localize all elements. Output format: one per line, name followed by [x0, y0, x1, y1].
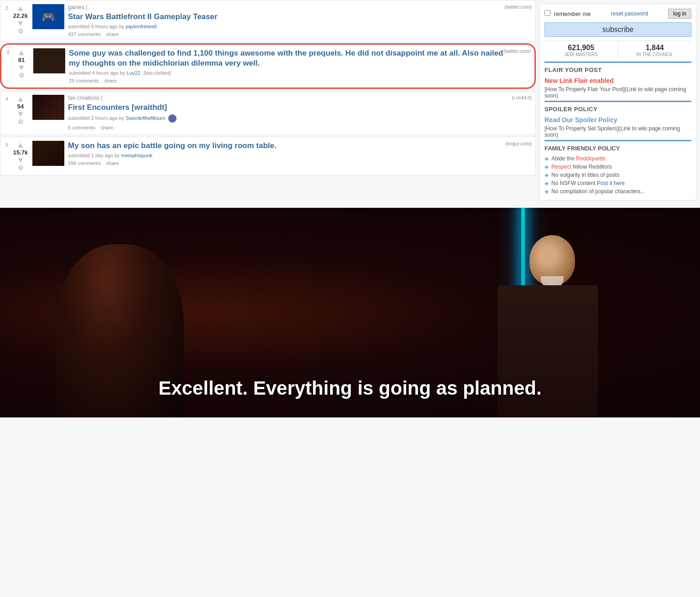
share-link[interactable]: share — [106, 160, 119, 166]
family-item-vulgarity: No vulgarity in titles of posts — [544, 171, 691, 179]
post-rank: 5 — [2, 141, 11, 148]
post-actions: 29 comments share — [69, 77, 531, 84]
jedi-masters-label: JEDI MASTERS — [544, 52, 618, 57]
post-rank: 4 — [2, 95, 11, 102]
upvote-button[interactable]: ▲ — [16, 4, 25, 12]
subscribe-button[interactable]: subscribe — [544, 22, 691, 37]
post-author[interactable]: paytonfretwell — [126, 24, 157, 29]
post-actions: 8 comments share — [68, 124, 532, 131]
post-content: (twitter.com) games | Star Wars Battlefr… — [68, 4, 532, 37]
family-item-text: Abide the Reddiquette — [551, 155, 606, 162]
post-title[interactable]: Star Wars Battlefront II Gameplay Teaser — [68, 12, 532, 22]
post-actions: 437 comments share — [68, 31, 532, 37]
post-it-here-link[interactable]: Post it here — [597, 180, 625, 186]
karma-icon: ⚙ — [18, 27, 24, 35]
karma-icon: ⚙ — [18, 118, 24, 125]
family-friendly-heading: FAMILY FRIENDLY POLICY — [544, 145, 691, 152]
post-item-highlighted: 3 ▲ 81 ▼ ⚙ (twitter.com) Some guy was ch… — [0, 43, 536, 89]
downvote-button[interactable]: ▼ — [16, 110, 25, 118]
family-item-respect: Respect fellow Redditors — [544, 163, 691, 171]
login-row: remember me reset password log in — [544, 9, 691, 19]
post-author[interactable]: SwordoftheMourn — [126, 115, 166, 121]
post-domain: (twitter.com) — [504, 4, 532, 10]
vote-count: 15.7k — [13, 149, 28, 156]
post-domain: (imgur.com) — [505, 141, 532, 146]
respect-link[interactable]: Respect — [551, 164, 571, 170]
page-layout: 2 ▲ 22.2k ▼ ⚙ 🎮 (twitter.com) games | St… — [0, 0, 700, 208]
post-title[interactable]: My son has an epic battle going on my li… — [68, 141, 532, 151]
upvote-button[interactable]: ▲ — [17, 48, 26, 57]
post-flair: fan creations | — [68, 95, 532, 101]
family-item-text: No NSFW content Post it here — [551, 180, 625, 186]
family-item-reddiquette: Abide the Reddiquette — [544, 154, 691, 163]
flair-title-link[interactable]: New Link Flair enabled — [544, 77, 614, 84]
post-thumbnail[interactable]: 🎮 — [32, 4, 64, 29]
bottom-image-section: Excellent. Everything is going as planne… — [0, 208, 700, 417]
svg-text:🎮: 🎮 — [41, 10, 55, 23]
post-author[interactable]: memphispunk — [121, 153, 152, 158]
comments-link[interactable]: 8 comments — [68, 125, 95, 130]
post-domain: (twitter.com) — [503, 48, 531, 54]
post-rank: 2 — [2, 4, 11, 11]
last-clicked-label: [last clicked] — [144, 70, 171, 76]
post-thumbnail[interactable] — [32, 141, 64, 166]
post-title[interactable]: Some guy was challenged to find 1,100 th… — [69, 48, 531, 68]
upvote-button[interactable]: ▲ — [16, 95, 25, 103]
post-title-link[interactable]: My son has an epic battle going on my li… — [68, 141, 276, 150]
council-label: IN THE COUNCIL — [618, 52, 692, 57]
comments-link[interactable]: 29 comments — [69, 78, 99, 83]
share-link[interactable]: share — [106, 31, 119, 37]
family-friendly-section: FAMILY FRIENDLY POLICY Abide the Reddiqu… — [544, 140, 691, 196]
post-title-link[interactable]: Star Wars Battlefront II Gameplay Teaser — [68, 12, 218, 21]
upvote-button[interactable]: ▲ — [16, 141, 25, 149]
share-link[interactable]: share — [101, 125, 114, 130]
flair-section: FLAIR YOUR POST New Link Flair enabled [… — [544, 62, 691, 99]
post-content: (twitter.com) Some guy was challenged to… — [69, 48, 531, 84]
karma-icon: ⚙ — [18, 164, 24, 171]
post-meta: submitted 9 hours ago by paytonfretwell — [68, 24, 532, 29]
vote-count: 54 — [17, 103, 24, 110]
spoiler-title-link[interactable]: Read Our Spoiler Policy — [544, 116, 617, 124]
reset-password-link[interactable]: reset password — [611, 10, 648, 17]
downvote-button[interactable]: ▼ — [16, 19, 25, 27]
post-author[interactable]: Luy22 — [127, 70, 140, 76]
family-item-text: No vulgarity in titles of posts — [551, 172, 619, 178]
post-thumbnail[interactable] — [33, 48, 65, 73]
family-item-text: Respect fellow Redditors — [551, 164, 612, 170]
flair-tag: games | — [68, 4, 87, 10]
spoiler-section: SPOILER POLICY Read Our Spoiler Policy [… — [544, 101, 691, 138]
post-thumbnail[interactable] — [32, 95, 64, 120]
post-actions: 296 comments share — [68, 160, 532, 166]
comments-link[interactable]: 437 comments — [68, 31, 101, 37]
post-flair: games | — [68, 4, 532, 10]
post-meta: submitted 2 hours ago by SwordoftheMourn — [68, 114, 532, 123]
spoiler-title[interactable]: Read Our Spoiler Policy — [544, 116, 691, 124]
post-content: (i.redd.it) fan creations | First Encoun… — [68, 95, 532, 131]
jedi-masters-stat: 621,905 JEDI MASTERS — [544, 41, 618, 60]
downvote-button[interactable]: ▼ — [17, 63, 26, 72]
flair-title[interactable]: New Link Flair enabled — [544, 77, 691, 84]
downvote-button[interactable]: ▼ — [16, 156, 25, 164]
vote-column: ▲ 81 ▼ ⚙ — [12, 48, 31, 79]
remember-me-label[interactable]: remember me — [544, 10, 591, 17]
karma-icon: ⚙ — [19, 72, 25, 79]
family-item-nsfw: No NSFW content Post it here — [544, 179, 691, 187]
spoiler-heading: SPOILER POLICY — [544, 106, 691, 113]
comments-link[interactable]: 296 comments — [68, 160, 101, 166]
remember-me-checkbox[interactable] — [544, 10, 550, 16]
stats-row: 621,905 JEDI MASTERS 1,844 IN THE COUNCI… — [544, 41, 691, 60]
vote-column: ▲ 22.2k ▼ ⚙ — [11, 4, 30, 35]
flair-description: [How To Properly Flair Your Post](Link t… — [544, 86, 691, 99]
bottom-caption: Excellent. Everything is going as planne… — [149, 368, 550, 408]
family-item-compilation: No compilation of popular characters... — [544, 187, 691, 196]
vote-column: ▲ 15.7k ▼ ⚙ — [11, 141, 30, 171]
post-title-link[interactable]: Some guy was challenged to find 1,100 th… — [69, 49, 503, 67]
reddiquette-link[interactable]: Reddiquette — [576, 155, 606, 162]
post-rank: 3 — [3, 48, 12, 55]
post-title-link[interactable]: First Encounters [wraithdt] — [68, 103, 167, 112]
post-title[interactable]: First Encounters [wraithdt] — [68, 103, 532, 113]
council-count: 1,844 — [618, 44, 692, 52]
login-button[interactable]: log in — [668, 9, 691, 19]
bottom-image-inner: Excellent. Everything is going as planne… — [0, 208, 700, 417]
share-link[interactable]: share — [104, 78, 117, 83]
